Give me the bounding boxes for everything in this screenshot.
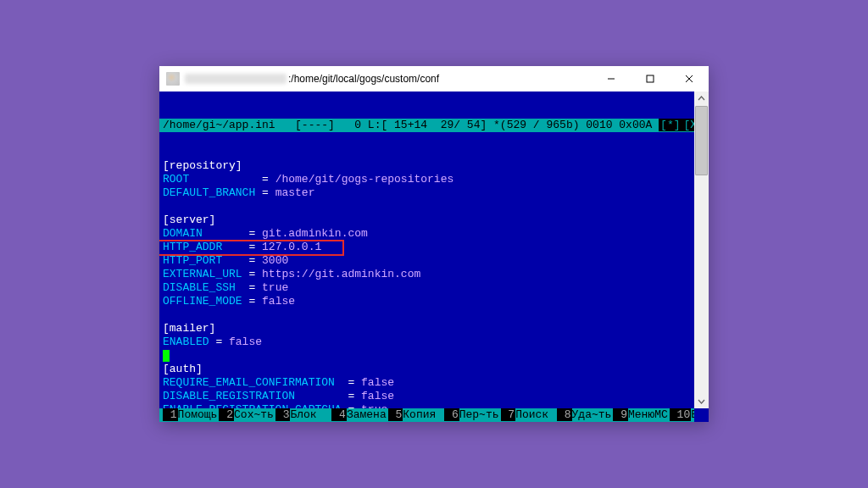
editor-line[interactable]: HTTP_PORT = 3000 <box>163 254 705 268</box>
function-key-bar[interactable]: 1Помощь 2Сох~ть 3Блок 4Замена 5Копия 6Пе… <box>159 408 694 422</box>
editor-line[interactable]: [repository] <box>163 159 705 173</box>
app-window: :/home/git/local/gogs/custom/conf /home/… <box>159 66 709 422</box>
fn-key-label[interactable]: Блок <box>290 408 331 421</box>
scroll-down-button[interactable] <box>694 394 709 408</box>
editor-line[interactable]: HTTP_ADDR = 127.0.0.1 <box>163 241 705 254</box>
fn-key-label[interactable]: Копия <box>403 408 444 421</box>
fn-key-label[interactable]: Уда~ть <box>572 408 614 421</box>
scroll-thumb[interactable] <box>695 106 708 175</box>
maximize-button[interactable] <box>631 66 670 92</box>
status-modified-tag: [*] <box>659 119 682 131</box>
fn-key-number: 6 <box>444 408 459 421</box>
fn-key-label[interactable]: Сох~ть <box>234 408 275 421</box>
fn-key-number: 1 <box>163 408 178 421</box>
fn-key-label[interactable]: Поиск <box>515 408 557 421</box>
fn-key-label[interactable]: Замена <box>347 408 388 421</box>
editor-line[interactable]: [server] <box>163 214 705 227</box>
editor-line[interactable] <box>163 200 705 214</box>
editor-line[interactable]: DEFAULT_BRANCH = master <box>163 186 705 200</box>
fn-key-number: 4 <box>331 408 347 421</box>
scroll-up-button[interactable] <box>694 92 709 106</box>
editor-status-bar: /home/gi~/app.ini [----] 0 L:[ 15+14 29/… <box>159 119 709 132</box>
status-text: /home/gi~/app.ini [----] 0 L:[ 15+14 29/… <box>163 119 659 131</box>
editor-line[interactable]: OFFLINE_MODE = false <box>163 295 705 308</box>
editor-line[interactable] <box>163 349 705 363</box>
editor-line[interactable]: DOMAIN = git.adminkin.com <box>163 227 705 241</box>
editor-line[interactable]: EXTERNAL_URL = https://git.adminkin.com <box>163 268 705 281</box>
editor-line[interactable] <box>163 308 705 322</box>
fn-key-label[interactable]: МенюMC <box>628 408 670 421</box>
fn-key-label[interactable]: Выход <box>691 408 694 421</box>
titlebar-blurred-segment <box>185 74 287 84</box>
fn-key-number: 7 <box>501 408 516 421</box>
scroll-track[interactable] <box>694 106 709 394</box>
fn-key-number: 8 <box>557 408 572 421</box>
text-cursor <box>163 350 170 362</box>
app-icon <box>166 72 180 86</box>
editor-line[interactable]: REQUIRE_EMAIL_CONFIRMATION = false <box>163 376 705 390</box>
editor-line[interactable]: DISABLE_SSH = true <box>163 281 705 295</box>
fn-key-number: 5 <box>388 408 403 421</box>
fn-key-number: 9 <box>613 408 628 421</box>
editor-line[interactable]: ENABLED = false <box>163 336 705 349</box>
minimize-button[interactable] <box>592 66 631 92</box>
fn-key-number: 3 <box>275 408 291 421</box>
svg-rect-1 <box>647 75 654 82</box>
close-button[interactable] <box>670 66 709 92</box>
titlebar-path: :/home/git/local/gogs/custom/conf <box>288 73 439 85</box>
scrollbar[interactable] <box>694 92 709 408</box>
fn-key-number: 2 <box>219 408 234 421</box>
editor-content[interactable]: [repository]ROOT = /home/git/gogs-reposi… <box>159 159 709 422</box>
fn-key-number: 10 <box>670 408 691 421</box>
titlebar[interactable]: :/home/git/local/gogs/custom/conf <box>159 66 709 92</box>
editor-line[interactable]: ROOT = /home/git/gogs-repositories <box>163 173 705 186</box>
editor-line[interactable]: [mailer] <box>163 322 705 336</box>
fn-key-label[interactable]: Помощь <box>178 408 220 421</box>
editor-line[interactable]: [auth] <box>163 363 705 376</box>
editor-line[interactable]: DISABLE_REGISTRATION = false <box>163 390 705 403</box>
terminal[interactable]: /home/gi~/app.ini [----] 0 L:[ 15+14 29/… <box>159 92 709 422</box>
fn-key-label[interactable]: Пер~ть <box>459 408 501 421</box>
